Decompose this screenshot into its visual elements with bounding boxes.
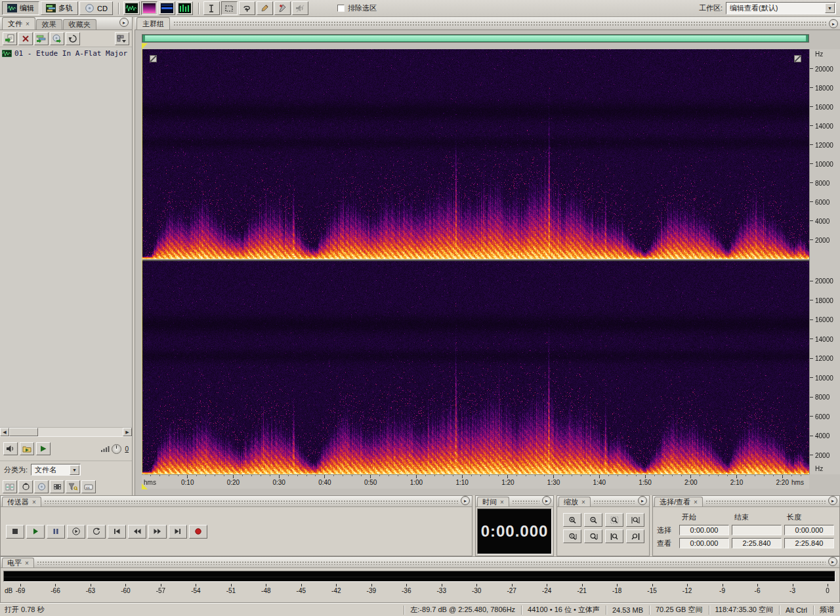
timeline-ruler[interactable]: 0:100:200:300:400:501:001:101:201:301:40… [142, 474, 809, 489]
preview-play-button[interactable] [36, 442, 51, 455]
stop-button[interactable] [6, 525, 24, 539]
channel-grabber-right-icon[interactable] [794, 55, 801, 62]
close-icon[interactable]: × [25, 560, 29, 567]
spectral-display-button[interactable] [141, 1, 158, 15]
view-end-field[interactable]: 2:25.840 [732, 538, 782, 548]
close-icon[interactable]: × [694, 499, 698, 506]
selection-end-field[interactable] [732, 525, 782, 535]
files-options-button[interactable] [115, 32, 129, 45]
insert-into-cd-button[interactable] [50, 32, 64, 45]
loop-properties-button[interactable] [66, 32, 80, 45]
levels-panel-tab[interactable]: 电平 × [2, 558, 34, 567]
scroll-left-button[interactable]: ◀ [0, 428, 9, 436]
go-to-start-button[interactable] [108, 525, 126, 539]
exclude-selection-checkbox[interactable]: 排除选区 [337, 3, 377, 13]
file-list-scrollbar[interactable]: ◀ ▶ [0, 427, 132, 436]
panel-menu-button[interactable]: ▸ [828, 557, 837, 566]
cd-view-button[interactable]: CD [79, 1, 113, 15]
zoom-out-full-button[interactable] [605, 513, 623, 527]
auto-play-button[interactable] [20, 442, 34, 455]
zoom-out-horizontal-button[interactable] [584, 513, 602, 527]
show-cd-files-button[interactable] [34, 480, 49, 493]
zoom-out-vertical-button[interactable] [584, 529, 602, 543]
loop-play-button[interactable] [87, 525, 106, 539]
panel-drag-grip[interactable] [512, 500, 539, 504]
scrollbar-track[interactable] [9, 428, 123, 436]
tab-main-group[interactable]: 主群组 [136, 17, 170, 30]
panel-menu-button[interactable]: ▸ [638, 496, 647, 505]
zoom-navigator[interactable] [142, 34, 809, 43]
pause-button[interactable] [47, 525, 65, 539]
panel-menu-button[interactable]: ▸ [828, 496, 837, 505]
transport-panel-tab[interactable]: 传送器 × [2, 497, 41, 506]
view-start-field[interactable]: 0:00.000 [679, 538, 729, 548]
zoom-in-horizontal-button[interactable] [563, 513, 581, 527]
spectrogram-canvas[interactable] [142, 49, 809, 474]
channel-grabber-left-icon[interactable] [150, 55, 157, 62]
sort-select[interactable]: 文件名 ▼ [31, 464, 81, 476]
frequency-ruler[interactable]: 2000018000160001400012000100008000600040… [809, 49, 840, 474]
zoom-to-selection-button[interactable] [626, 513, 644, 527]
close-file-button[interactable] [18, 32, 33, 45]
spectrogram-display[interactable] [142, 49, 809, 474]
effects-paintbrush-tool-button[interactable] [257, 1, 273, 15]
rewind-button[interactable] [128, 525, 146, 539]
scrub-tool-button[interactable] [292, 1, 308, 15]
tab-files[interactable]: 文件 × [2, 17, 35, 30]
go-to-end-button[interactable] [169, 525, 187, 539]
chevron-down-icon[interactable]: ▼ [70, 465, 79, 475]
panel-drag-grip[interactable] [173, 21, 826, 27]
close-icon[interactable]: × [26, 20, 30, 28]
volume-value[interactable]: 0 [125, 445, 129, 453]
chevron-down-icon[interactable]: ▼ [825, 3, 835, 13]
spectral-phase-display-button[interactable] [177, 1, 193, 15]
show-loop-files-button[interactable] [18, 480, 33, 493]
tab-favorites[interactable]: 收藏夹 [63, 19, 96, 30]
preview-output-button[interactable] [3, 442, 18, 455]
show-markers-button[interactable]: cc [81, 480, 96, 493]
panel-drag-grip[interactable] [705, 500, 826, 504]
marquee-selection-tool-button[interactable] [221, 1, 238, 15]
spot-healing-brush-tool-button[interactable] [274, 1, 291, 15]
close-icon[interactable]: × [32, 499, 36, 506]
zoom-selection-left-button[interactable] [605, 529, 623, 543]
panel-drag-grip[interactable] [593, 500, 635, 504]
selection-view-panel-tab[interactable]: 选择/查看 × [654, 497, 703, 506]
edit-view-button[interactable]: 编辑 [2, 1, 39, 15]
file-item[interactable]: 01 - Etude In A-Flat Major [0, 49, 132, 58]
panel-drag-grip[interactable] [37, 561, 826, 565]
close-icon[interactable]: × [581, 499, 585, 506]
time-selection-tool-button[interactable] [203, 1, 220, 15]
time-display[interactable]: 0:00.000 [477, 508, 552, 554]
waveform-display-button[interactable] [123, 1, 140, 15]
panel-menu-button[interactable]: ▸ [542, 496, 551, 505]
selection-handle-bottom[interactable] [142, 483, 148, 489]
show-video-files-button[interactable] [50, 480, 64, 493]
spectral-pan-display-button[interactable] [159, 1, 175, 15]
view-length-field[interactable]: 2:25.840 [784, 538, 834, 548]
record-button[interactable] [189, 525, 207, 539]
panel-drag-grip[interactable] [44, 500, 458, 504]
zoom-panel-tab[interactable]: 缩放 × [558, 497, 591, 506]
panel-menu-button[interactable]: ▸ [119, 18, 129, 27]
show-audio-files-button[interactable] [3, 480, 17, 493]
navigator-range[interactable] [142, 35, 808, 42]
time-panel-tab[interactable]: 时间 × [477, 497, 509, 506]
scroll-right-button[interactable]: ▶ [123, 428, 132, 436]
panel-menu-button[interactable]: ▸ [461, 496, 470, 505]
play-button[interactable] [26, 525, 45, 539]
insert-into-multitrack-button[interactable] [34, 32, 49, 45]
level-meter[interactable] [3, 571, 835, 582]
zoom-selection-right-button[interactable] [626, 529, 644, 543]
close-icon[interactable]: × [500, 499, 504, 506]
play-from-cursor-button[interactable] [67, 525, 85, 539]
filter-files-button[interactable] [66, 480, 80, 493]
panel-menu-button[interactable]: ▸ [829, 19, 838, 28]
import-file-button[interactable] [3, 32, 17, 45]
selection-handle-top[interactable] [142, 43, 148, 49]
lasso-selection-tool-button[interactable] [239, 1, 255, 15]
file-list[interactable]: 01 - Etude In A-Flat Major [0, 47, 132, 427]
multitrack-view-button[interactable]: 多轨 [41, 1, 78, 15]
volume-knob[interactable] [112, 444, 121, 454]
scrollbar-thumb[interactable] [9, 428, 38, 436]
